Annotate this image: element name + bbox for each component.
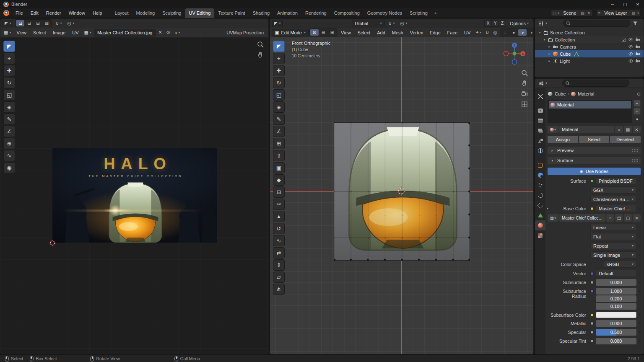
panel-grip-icon[interactable]: [632, 149, 639, 153]
edge-select-button[interactable]: ⊟: [319, 29, 327, 36]
shading-solid-button[interactable]: ●: [509, 29, 518, 36]
disclosure-icon[interactable]: ▾: [542, 38, 547, 41]
tab-render[interactable]: [535, 106, 545, 116]
collection-checkbox[interactable]: ✓: [622, 38, 626, 42]
uv-menu-uv[interactable]: UV: [69, 30, 81, 35]
uv-canvas[interactable]: ◤ ⌖ ✚ ↻ ◱ ◈ ✎ ∠ ⊕ ∿ ◉ HALO THE MAST: [0, 37, 268, 354]
texture-fake-user-button[interactable]: ○: [606, 214, 614, 222]
breadcrumb-material[interactable]: Material: [578, 91, 594, 96]
display-channels-button[interactable]: ◑ ▾: [173, 29, 182, 36]
zoom-icon[interactable]: [521, 69, 528, 77]
workspace-tab-layout[interactable]: Layout: [111, 8, 132, 18]
pin-icon[interactable]: ⊙: [165, 29, 172, 36]
tool-loop-cut-button[interactable]: ⊟: [273, 186, 285, 198]
uv-tool-measure-button[interactable]: ∠: [3, 126, 15, 137]
image-name-field[interactable]: Master Chief Collection.jpg: [94, 29, 156, 36]
shader-dropdown[interactable]: Principled BSDF: [596, 177, 636, 184]
vp-menu-add[interactable]: Add: [374, 30, 388, 35]
vp-menu-edge[interactable]: Edge: [427, 30, 444, 35]
tool-edge-slide-button[interactable]: ⇄: [273, 247, 285, 259]
pin-id-icon[interactable]: ⊙: [637, 91, 641, 97]
tab-object-data[interactable]: [535, 210, 545, 220]
uv-menu-view[interactable]: View: [13, 30, 29, 35]
vp-menu-select[interactable]: Select: [355, 30, 374, 35]
material-name-field[interactable]: Material: [559, 126, 614, 133]
tool-bevel-button[interactable]: ◆: [273, 174, 285, 186]
tab-material[interactable]: [535, 220, 545, 230]
disable-render-camera-icon[interactable]: [634, 37, 641, 42]
tool-add-cube-button[interactable]: ⊞: [273, 138, 285, 149]
transform-orientation-dropdown[interactable]: Global ▾: [352, 20, 384, 27]
tool-spin-button[interactable]: ↺: [273, 223, 285, 234]
unlink-scene-icon[interactable]: ✕: [587, 11, 592, 15]
tool-poly-build-button[interactable]: ▲: [273, 211, 285, 222]
specular-slider[interactable]: 0.500: [596, 329, 636, 336]
use-nodes-button[interactable]: ◉ Use Nodes: [548, 168, 641, 175]
proportional-editing-button[interactable]: ◎ ▾: [399, 20, 409, 27]
radius-z-field[interactable]: 0.100: [596, 303, 636, 310]
viewport-canvas[interactable]: ◤ ⌖ ✚ ↻ ◱ ◈ ✎ ∠ ⊞ ⇧ ▣ ◆ ⊟ ✂ ▲ ↺ ∿ ⇄ ⇕ ▱ …: [270, 37, 533, 354]
disclosure-icon[interactable]: ▾: [537, 31, 543, 34]
tab-scene[interactable]: [535, 136, 545, 146]
color-space-dropdown[interactable]: sRGB ▾: [604, 261, 636, 268]
hide-eye-icon[interactable]: [627, 37, 634, 42]
workspace-tab-texture-paint[interactable]: Texture Paint: [214, 8, 249, 18]
tool-annotate-button[interactable]: ✎: [273, 114, 285, 125]
duplicate-texture-button[interactable]: ▤: [615, 214, 623, 222]
workspace-tab-geometry-nodes[interactable]: Geometry Nodes: [364, 8, 406, 18]
snap-toggle-button[interactable]: ∪: [484, 29, 491, 36]
view-layer-selector[interactable]: ≡ View Layer ▤ ▾: [596, 9, 641, 17]
tab-physics[interactable]: [535, 190, 545, 200]
subsurface-slider[interactable]: 0.000: [596, 279, 636, 286]
mirror-y-toggle[interactable]: Y: [491, 20, 499, 27]
subsurface-method-dropdown[interactable]: Christensen-Burley ▾: [590, 196, 636, 203]
pan-hand-icon[interactable]: [257, 51, 264, 59]
uv-tool-transform-button[interactable]: ◈: [3, 101, 15, 113]
minimize-button[interactable]: ─: [606, 0, 619, 8]
zoom-icon[interactable]: [257, 41, 264, 48]
scene-selector[interactable]: ▢ ▾ Scene ▤ ✕: [551, 9, 593, 17]
unlink-texture-button[interactable]: ✕: [633, 214, 641, 222]
tool-shrink-fatten-button[interactable]: ⇕: [273, 259, 285, 271]
outliner-display-mode-button[interactable]: ▾: [537, 20, 549, 27]
disclosure-icon[interactable]: ▸: [547, 45, 552, 49]
radius-x-field[interactable]: 1.000: [596, 288, 636, 295]
uv-select-vertex-button[interactable]: ⊡: [16, 20, 24, 26]
snap-button[interactable]: ∪ ▾: [387, 20, 396, 27]
outliner-row-collection[interactable]: ▾ Collection ✓: [535, 36, 644, 43]
outliner-row-scene-collection[interactable]: ▾ Scene Collection: [535, 29, 644, 36]
uv-select-island-button[interactable]: ▦: [42, 20, 51, 26]
uvmap-projection-label[interactable]: UVMap Projection: [223, 30, 267, 35]
metallic-slider[interactable]: 0.000: [596, 320, 636, 327]
uv-select-face-button[interactable]: ⊞: [34, 20, 42, 26]
vp-menu-view[interactable]: View: [338, 30, 354, 35]
gizmo-y-ball[interactable]: [513, 52, 517, 56]
tab-tool[interactable]: [535, 91, 545, 101]
workspace-tab-sculpting[interactable]: Sculpting: [158, 8, 185, 18]
gizmo-neg-x-ball[interactable]: [504, 52, 509, 56]
properties-editor-type-button[interactable]: ▾: [537, 80, 549, 87]
open-image-button[interactable]: ▢: [624, 214, 632, 222]
vp-menu-face[interactable]: Face: [444, 30, 460, 35]
browse-image-button[interactable]: ▦ ▾: [83, 29, 93, 36]
camera-view-icon[interactable]: [521, 90, 528, 98]
texture-name-field[interactable]: Master Chief Collection.jpg: [559, 214, 605, 222]
maximize-button[interactable]: ▢: [619, 0, 631, 8]
vertex-select-button[interactable]: ⊡: [310, 29, 319, 36]
tab-particles[interactable]: [535, 180, 545, 190]
add-workspace-button[interactable]: +: [431, 8, 440, 18]
new-view-layer-icon[interactable]: ▤: [631, 11, 636, 15]
vp-menu-vertex[interactable]: Vertex: [407, 30, 426, 35]
navigation-gizmo[interactable]: Z X: [502, 41, 527, 66]
vector-dropdown[interactable]: Default: [596, 270, 636, 277]
new-scene-icon[interactable]: ▤: [580, 11, 585, 15]
fake-user-button[interactable]: ○: [615, 126, 623, 133]
tool-rip-region-button[interactable]: ⋔: [273, 284, 285, 295]
preview-panel-header[interactable]: ▸ Preview: [548, 147, 641, 154]
tool-tweak-button[interactable]: ◤: [273, 41, 285, 52]
properties-search-input[interactable]: [562, 80, 629, 87]
disable-render-camera-icon[interactable]: [634, 51, 641, 57]
tool-move-button[interactable]: ✚: [273, 65, 285, 76]
tab-texture[interactable]: [535, 230, 545, 240]
uv-tool-rotate-button[interactable]: ↻: [3, 77, 15, 88]
